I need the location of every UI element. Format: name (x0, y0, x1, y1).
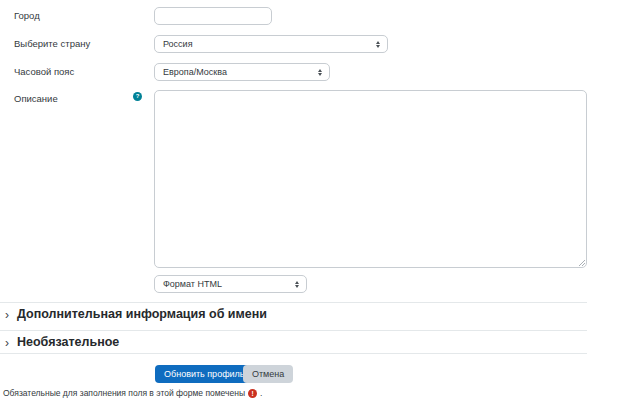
cancel-button[interactable]: Отмена (243, 365, 293, 383)
section-toggle-optional[interactable]: › Необязательное (5, 335, 119, 350)
required-fields-text: Обязательные для заполнения поля в этой … (3, 388, 245, 398)
chevron-right-icon: › (5, 308, 9, 322)
help-icon[interactable]: ? (133, 92, 142, 101)
section-toggle-additional-names[interactable]: › Дополнительная информация об имени (5, 307, 267, 322)
select-arrows-icon (374, 41, 381, 48)
required-fields-suffix: . (260, 388, 262, 398)
required-fields-note: Обязательные для заполнения поля в этой … (3, 388, 262, 398)
chevron-right-icon: › (5, 336, 9, 350)
divider (0, 353, 587, 354)
select-arrows-icon (293, 281, 300, 288)
country-select[interactable]: Россия (154, 35, 388, 53)
city-label: Город (14, 10, 40, 21)
format-select-value: Формат HTML (163, 279, 222, 289)
country-select-value: Россия (163, 39, 193, 49)
format-select[interactable]: Формат HTML (154, 275, 307, 293)
description-label: Описание (14, 93, 58, 104)
profile-edit-form: Город Выберите страну Россия Часовой поя… (0, 0, 624, 406)
country-label: Выберите страну (14, 38, 90, 49)
timezone-select[interactable]: Европа/Москва (154, 63, 330, 81)
select-arrows-icon (316, 69, 323, 76)
section-title: Дополнительная информация об имени (17, 307, 267, 322)
required-icon: ! (248, 389, 257, 398)
timezone-select-value: Европа/Москва (163, 67, 227, 77)
section-title: Необязательное (17, 335, 119, 350)
divider (0, 330, 587, 331)
description-textarea[interactable] (154, 90, 587, 268)
divider (0, 302, 587, 303)
update-profile-button[interactable]: Обновить профиль (155, 365, 254, 383)
city-input[interactable] (154, 7, 272, 25)
resize-handle-icon[interactable] (578, 259, 585, 266)
timezone-label: Часовой пояс (14, 66, 74, 77)
